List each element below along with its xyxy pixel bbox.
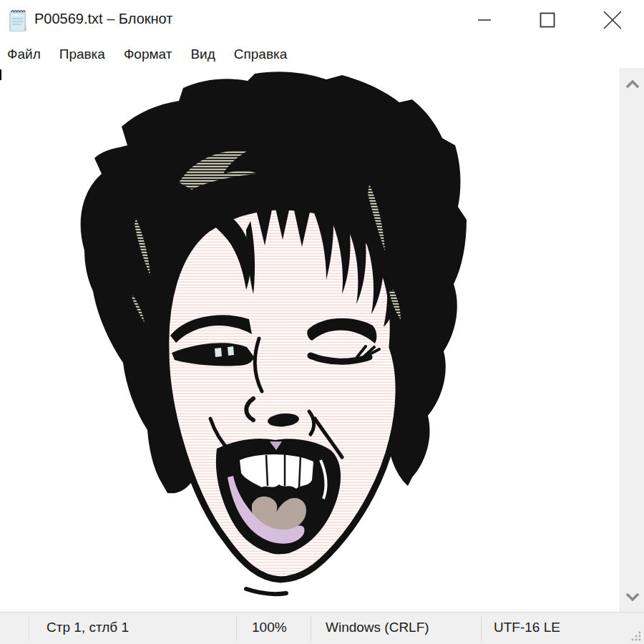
menu-bar: Файл Правка Формат Вид Справка [0,41,644,68]
cursor-position: Стр 1, стлб 1 [47,620,129,635]
menu-file[interactable]: Файл [7,44,41,65]
close-button[interactable] [590,0,635,40]
close-icon [603,11,622,29]
status-bar: Стр 1, стлб 1 100% Windows (CRLF) UTF-16… [0,612,644,644]
text-area[interactable] [0,68,620,612]
maximize-icon [540,12,555,28]
maximize-button[interactable] [525,0,570,40]
chevron-down-icon [625,592,640,602]
resize-grip-icon[interactable] [630,630,642,642]
menu-format[interactable]: Формат [124,44,172,65]
menu-help[interactable]: Справка [234,44,288,65]
zoom-level: 100% [252,620,287,635]
notepad-window: P00569.txt – Блокнот Файл Правка Формат … [0,0,644,644]
chevron-up-icon [625,79,640,89]
encoding: UTF-16 LE [494,620,560,635]
status-divider [311,616,311,641]
status-divider [481,616,482,641]
status-divider [29,616,29,641]
status-divider [236,616,237,641]
menu-view[interactable]: Вид [190,44,215,65]
minimize-icon [477,13,492,27]
scroll-down-button[interactable] [620,586,644,608]
scroll-up-button[interactable] [620,74,644,95]
notepad-icon [7,9,29,33]
text-caret [0,69,1,80]
vertical-scrollbar[interactable] [620,68,644,612]
menu-edit[interactable]: Правка [59,44,105,65]
window-title: P00569.txt – Блокнот [34,11,172,27]
minimize-button[interactable] [462,0,507,40]
ascii-art-portrait [0,68,620,612]
title-bar: P00569.txt – Блокнот [0,0,644,41]
line-ending: Windows (CRLF) [326,620,429,635]
